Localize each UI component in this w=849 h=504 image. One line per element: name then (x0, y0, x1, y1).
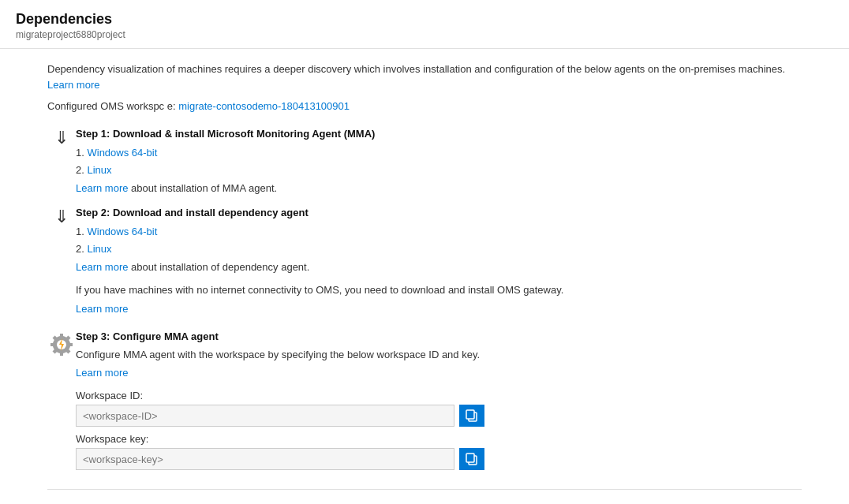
step1-section: ⇓ Step 1: Download & install Microsoft M… (47, 128, 802, 194)
step1-title: Step 1: Download & install Microsoft Mon… (76, 128, 802, 140)
page-header: Dependencies migrateproject6880project (0, 0, 849, 49)
footer-text: Once the installation of the agents is d… (47, 489, 802, 504)
step1-learn-more-link[interactable]: Learn more (76, 182, 128, 194)
page-subtitle: migrateproject6880project (16, 29, 833, 40)
workspace-key-input-row (76, 448, 802, 470)
workspace-key-label: Workspace key: (76, 433, 802, 445)
workspace-key-group: Workspace key: (76, 433, 802, 470)
step1-icon: ⇓ (47, 129, 76, 147)
step3-icon (47, 332, 76, 357)
step2-link1-row: 1. Windows 64-bit (76, 223, 802, 241)
step2-link2-row: 2. Linux (76, 241, 802, 258)
step3-title: Step 3: Configure MMA agent (76, 330, 802, 342)
copy-icon-1 (466, 409, 478, 422)
step3-content: Step 3: Configure MMA agent Configure MM… (76, 330, 802, 477)
step1-learn-more-line: Learn more about installation of MMA age… (76, 182, 802, 194)
step2-title: Step 2: Download and install dependency … (76, 207, 802, 218)
workspace-id-group: Workspace ID: (76, 390, 802, 427)
gateway-learn-more-link[interactable]: Learn more (76, 303, 128, 315)
intro-learn-more-link[interactable]: Learn more (47, 79, 99, 91)
step1-content: Step 1: Download & install Microsoft Mon… (76, 128, 802, 194)
gateway-learn-more-line: Learn more (76, 303, 802, 315)
gateway-text: If you have machines with no internet co… (76, 282, 802, 298)
step2-learn-more-line: Learn more about installation of depende… (76, 261, 802, 273)
page-title: Dependencies (16, 11, 833, 28)
copy-icon-2 (466, 453, 478, 465)
oms-workspace-link[interactable]: migrate-contosodemo-180413100901 (178, 100, 350, 112)
step2-windows-link[interactable]: Windows 64-bit (87, 226, 157, 237)
download-icon-2: ⇓ (54, 208, 69, 226)
step2-linux-link[interactable]: Linux (87, 243, 111, 255)
workspace-id-label: Workspace ID: (76, 390, 802, 401)
intro-description: Dependency visualization of machines req… (47, 62, 802, 92)
step3-section: Step 3: Configure MMA agent Configure MM… (47, 330, 802, 477)
step3-description: Configure MMA agent with the workspace b… (76, 347, 802, 363)
oms-label: Configured OMS workspc e: (47, 100, 176, 112)
workspace-id-input-row (76, 405, 802, 427)
step2-learn-more-link[interactable]: Learn more (76, 261, 128, 273)
workspace-id-input[interactable] (76, 405, 454, 427)
main-content: Dependency visualization of machines req… (0, 49, 849, 504)
step1-link1-number: 1. (76, 147, 84, 159)
svg-rect-5 (466, 454, 474, 462)
svg-rect-3 (466, 410, 474, 419)
configure-icon (49, 332, 74, 357)
step2-link2-number: 2. (76, 243, 84, 255)
workspace-key-input[interactable] (76, 448, 454, 470)
step1-links: 1. Windows 64-bit 2. Linux (76, 144, 802, 179)
download-icon-1: ⇓ (54, 129, 69, 147)
workspace-key-copy-button[interactable] (459, 448, 484, 470)
intro-text: Dependency visualization of machines req… (47, 63, 785, 75)
step1-windows-link[interactable]: Windows 64-bit (87, 147, 157, 159)
step1-link2-row: 2. Linux (76, 162, 802, 179)
oms-workspace-line: Configured OMS workspc e: migrate-contos… (47, 100, 802, 112)
step1-learn-more-suffix: about installation of MMA agent. (128, 182, 277, 194)
step1-link1-row: 1. Windows 64-bit (76, 144, 802, 162)
step2-links: 1. Windows 64-bit 2. Linux (76, 223, 802, 258)
step2-section: ⇓ Step 2: Download and install dependenc… (47, 207, 802, 315)
step3-learn-more-link[interactable]: Learn more (76, 367, 128, 379)
step2-icon: ⇓ (47, 208, 76, 226)
step2-link1-number: 1. (76, 226, 84, 237)
step3-learn-more-line: Learn more (76, 367, 802, 379)
workspace-id-copy-button[interactable] (459, 405, 484, 427)
step1-linux-link[interactable]: Linux (87, 164, 111, 176)
step1-link2-number: 2. (76, 164, 84, 176)
step2-learn-more-suffix: about installation of dependency agent. (128, 261, 309, 273)
step2-content: Step 2: Download and install dependency … (76, 207, 802, 315)
